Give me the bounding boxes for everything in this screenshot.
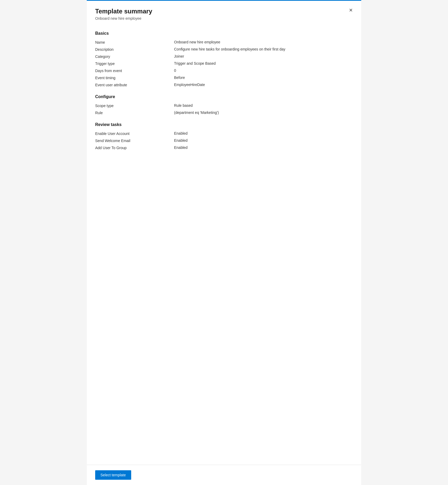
field-value-enable-user-account: Enabled — [174, 131, 353, 135]
field-row-event-user-attribute: Event user attribute EmployeeHireDate — [95, 83, 353, 87]
basics-section: Basics Name Onboard new hire employee De… — [95, 31, 353, 87]
field-label-event-timing: Event timing — [95, 75, 174, 80]
close-button[interactable]: ✕ — [347, 6, 355, 14]
field-label-send-welcome-email: Send Welcome Email — [95, 138, 174, 143]
field-label-days-from-event: Days from event — [95, 68, 174, 73]
field-value-category: Joiner — [174, 54, 353, 58]
field-value-event-user-attribute: EmployeeHireDate — [174, 83, 353, 87]
panel-title: Template summary — [95, 7, 353, 15]
template-summary-panel: Template summary Onboard new hire employ… — [87, 0, 361, 485]
select-template-button[interactable]: Select template — [95, 470, 131, 480]
field-label-add-user-to-group: Add User To Group — [95, 145, 174, 150]
field-label-enable-user-account: Enable User Account — [95, 131, 174, 136]
field-label-event-user-attribute: Event user attribute — [95, 83, 174, 87]
field-value-trigger-type: Trigger and Scope Based — [174, 61, 353, 65]
panel-header: Template summary Onboard new hire employ… — [87, 1, 361, 25]
panel-content: Basics Name Onboard new hire employee De… — [87, 25, 361, 465]
close-icon: ✕ — [349, 7, 353, 13]
field-row-scope-type: Scope type Rule based — [95, 103, 353, 108]
field-label-description: Description — [95, 47, 174, 52]
field-label-category: Category — [95, 54, 174, 59]
field-label-trigger-type: Trigger type — [95, 61, 174, 66]
field-row-event-timing: Event timing Before — [95, 75, 353, 80]
field-row-send-welcome-email: Send Welcome Email Enabled — [95, 138, 353, 143]
field-row-trigger-type: Trigger type Trigger and Scope Based — [95, 61, 353, 66]
field-value-add-user-to-group: Enabled — [174, 145, 353, 150]
field-value-description: Configure new hire tasks for onboarding … — [174, 47, 353, 51]
field-row-add-user-to-group: Add User To Group Enabled — [95, 145, 353, 150]
configure-section-title: Configure — [95, 94, 353, 99]
field-label-name: Name — [95, 40, 174, 44]
field-row-days-from-event: Days from event 0 — [95, 68, 353, 73]
basics-section-title: Basics — [95, 31, 353, 36]
field-label-rule: Rule — [95, 110, 174, 115]
field-row-rule: Rule (department eq 'Marketing') — [95, 110, 353, 115]
review-tasks-section-title: Review tasks — [95, 122, 353, 127]
field-value-send-welcome-email: Enabled — [174, 138, 353, 143]
field-value-name: Onboard new hire employee — [174, 40, 353, 44]
field-value-rule: (department eq 'Marketing') — [174, 110, 353, 115]
field-value-days-from-event: 0 — [174, 68, 353, 73]
panel-footer: Select template — [87, 465, 361, 485]
configure-section: Configure Scope type Rule based Rule (de… — [95, 94, 353, 115]
field-value-scope-type: Rule based — [174, 103, 353, 108]
review-tasks-section: Review tasks Enable User Account Enabled… — [95, 122, 353, 150]
field-label-scope-type: Scope type — [95, 103, 174, 108]
panel-subtitle: Onboard new hire employee — [95, 16, 353, 21]
field-row-category: Category Joiner — [95, 54, 353, 59]
field-row-enable-user-account: Enable User Account Enabled — [95, 131, 353, 136]
field-value-event-timing: Before — [174, 75, 353, 80]
field-row-name: Name Onboard new hire employee — [95, 40, 353, 44]
field-row-description: Description Configure new hire tasks for… — [95, 47, 353, 52]
